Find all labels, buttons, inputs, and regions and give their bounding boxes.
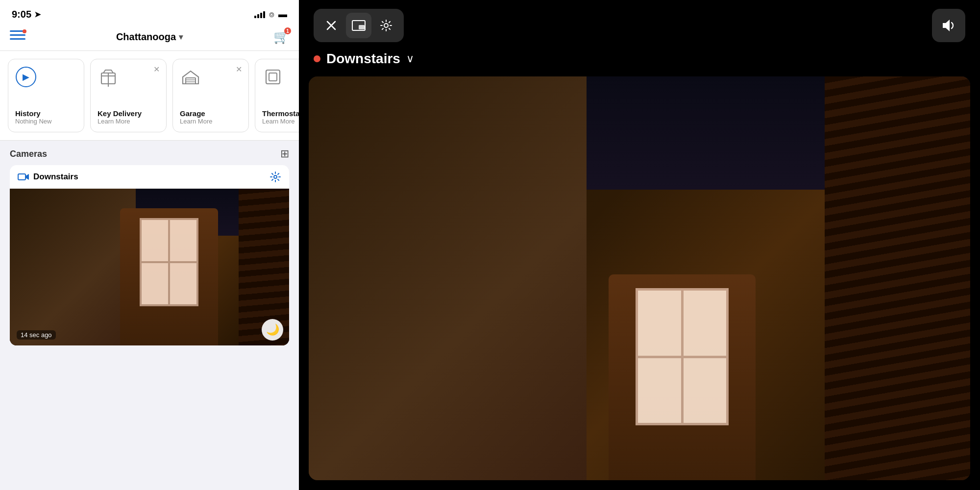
large-scene-wall	[309, 76, 587, 480]
camera-name-display: Downstairs	[326, 51, 400, 67]
svg-point-7	[274, 175, 277, 178]
settings-icon	[380, 19, 392, 32]
large-door-pane-3	[638, 358, 681, 423]
door-pane-2	[170, 220, 196, 261]
wifi-icon: ⌾	[269, 9, 274, 20]
delivery-widget[interactable]: ✕ Key Delivery Learn More	[90, 59, 167, 132]
delivery-close-button[interactable]: ✕	[151, 64, 161, 74]
large-camera-feed[interactable]	[309, 76, 970, 480]
large-door-pane-4	[684, 358, 727, 423]
cart-button[interactable]: 🛒 1	[273, 29, 289, 45]
close-icon	[325, 20, 337, 31]
door-pane-4	[170, 263, 196, 304]
signal-bar-4	[263, 11, 265, 18]
thermostat-widget[interactable]: Thermostat Learn More	[255, 59, 299, 132]
signal-bar-3	[260, 13, 262, 18]
widget-scroll-area: ▶ History Nothing New ✕ Key Delivery Lea…	[0, 51, 299, 141]
battery-icon: ▬	[278, 9, 287, 20]
status-icons: ⌾ ▬	[254, 9, 287, 20]
door-frame	[120, 208, 218, 345]
large-door-window	[636, 288, 729, 425]
garage-icon	[180, 66, 201, 88]
history-widget[interactable]: ▶ History Nothing New	[8, 59, 84, 132]
signal-bar-1	[254, 16, 256, 18]
large-right-bars	[825, 76, 970, 480]
garage-subtitle: Learn More	[180, 118, 242, 125]
door-pane-1	[142, 220, 168, 261]
garage-svg-icon	[180, 66, 201, 88]
history-subtitle: Nothing New	[15, 118, 77, 125]
history-icon: ▶	[15, 66, 37, 88]
settings-button[interactable]	[373, 13, 399, 38]
status-time: 9:05 ➤	[12, 9, 41, 20]
camera-video-icon	[18, 172, 29, 181]
history-title: History	[15, 109, 77, 118]
cameras-label: Cameras	[10, 149, 47, 159]
door-window	[140, 218, 198, 306]
garage-title: Garage	[180, 109, 242, 118]
garage-close-button[interactable]: ✕	[234, 64, 244, 74]
grid-view-button[interactable]: ⊞	[280, 147, 289, 160]
svg-rect-6	[18, 174, 25, 180]
location-arrow-icon: ➤	[34, 10, 41, 19]
delivery-icon	[98, 66, 119, 88]
pip-icon	[352, 20, 366, 31]
thermostat-icon	[262, 66, 284, 88]
camera-dropdown-chevron-icon[interactable]: ∨	[406, 52, 414, 65]
night-mode-button[interactable]: 🌙	[262, 319, 283, 341]
thermostat-svg-icon	[262, 66, 284, 88]
svg-point-12	[384, 24, 388, 27]
cameras-section: Cameras ⊞ Downstairs	[0, 141, 299, 349]
svg-rect-11	[359, 25, 365, 29]
camera-name-row: Downstairs ∨	[299, 42, 980, 72]
hamburger-line-3	[10, 38, 25, 40]
camera-name-wrap: Downstairs	[18, 172, 78, 182]
camera-settings-icon[interactable]	[270, 171, 281, 183]
camera-timestamp: 14 sec ago	[17, 330, 56, 340]
live-indicator	[314, 55, 320, 62]
signal-bar-2	[257, 14, 259, 18]
large-door-pane-1	[638, 291, 681, 356]
app-header: Chattanooga ▾ 🛒 1	[0, 25, 299, 51]
camera-name-label: Downstairs	[33, 172, 78, 182]
signal-bars	[254, 10, 265, 18]
controls-group	[314, 9, 404, 42]
time-display: 9:05	[12, 9, 31, 20]
camera-card-downstairs[interactable]: Downstairs	[10, 165, 289, 345]
pip-button[interactable]	[346, 13, 371, 38]
svg-rect-4	[266, 70, 280, 84]
location-title[interactable]: Chattanooga ▾	[116, 31, 183, 43]
cameras-header: Cameras ⊞	[10, 147, 289, 160]
garage-widget[interactable]: ✕ Garage Learn More	[172, 59, 249, 132]
package-icon	[98, 66, 119, 88]
thermostat-title: Thermostat	[262, 109, 299, 118]
large-door-pane-2	[684, 291, 727, 356]
cart-badge: 1	[284, 27, 291, 34]
scene-wall	[10, 189, 136, 345]
location-chevron-icon: ▾	[179, 32, 183, 42]
close-button[interactable]	[318, 13, 344, 38]
hamburger-menu-button[interactable]	[10, 30, 25, 44]
left-panel: 9:05 ➤ ⌾ ▬ Chattanooga ▾ 🛒 1	[0, 0, 299, 490]
delivery-title: Key Delivery	[98, 109, 159, 118]
right-bars	[239, 189, 289, 345]
thermostat-subtitle: Learn More	[262, 118, 299, 125]
right-panel: Downstairs ∨	[299, 0, 980, 490]
volume-button[interactable]	[932, 9, 965, 42]
notification-dot	[23, 29, 26, 33]
camera-card-header: Downstairs	[10, 165, 289, 189]
hamburger-line-2	[10, 34, 25, 36]
top-controls	[299, 0, 980, 42]
svg-rect-5	[269, 73, 277, 81]
status-bar: 9:05 ➤ ⌾ ▬	[0, 0, 299, 25]
large-door-frame	[609, 274, 756, 480]
door-pane-3	[142, 263, 168, 304]
play-icon: ▶	[16, 67, 36, 87]
volume-icon	[941, 18, 956, 33]
svg-rect-1	[186, 78, 196, 84]
camera-feed[interactable]: 14 sec ago 🌙	[10, 189, 289, 345]
delivery-subtitle: Learn More	[98, 118, 159, 125]
location-name: Chattanooga	[116, 31, 176, 43]
large-camera-scene	[309, 76, 970, 480]
camera-scene	[10, 189, 289, 345]
